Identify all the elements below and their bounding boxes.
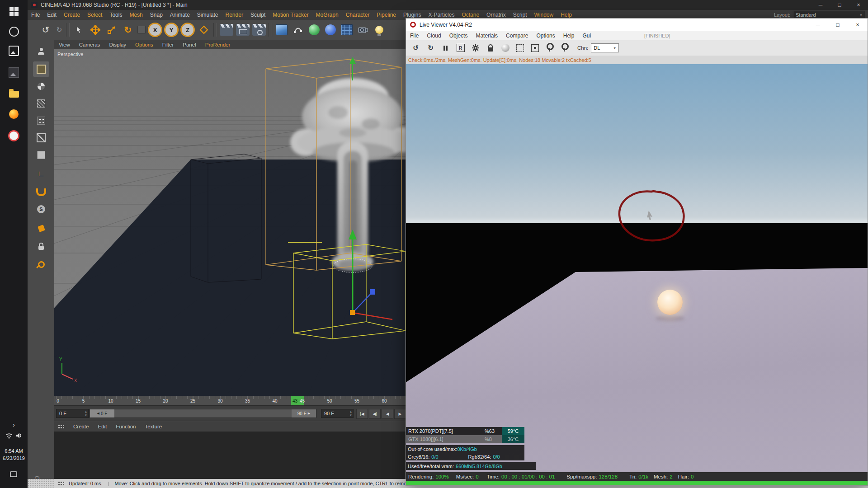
- viewport-menu-display[interactable]: Display: [104, 42, 131, 47]
- timeline-ruler[interactable]: 43 0 5 10 15 20 25 30 35 40 45 50 55 60: [54, 396, 406, 406]
- viewport-camera-label[interactable]: Perspective: [57, 52, 83, 57]
- c4d-viewport[interactable]: Y X: [54, 49, 411, 396]
- menu-sculpt[interactable]: Sculpt: [247, 12, 269, 18]
- viewport-menu-cameras[interactable]: Cameras: [75, 42, 105, 47]
- slider-end-cap[interactable]: 90 F ▶: [292, 409, 316, 418]
- last-used-tool[interactable]: [137, 22, 146, 38]
- action-center-button[interactable]: [0, 468, 28, 481]
- spline-pen-button[interactable]: [290, 22, 306, 38]
- lv-close-button[interactable]: ×: [848, 19, 868, 31]
- firefox-icon[interactable]: [0, 105, 28, 123]
- menu-ornatrix[interactable]: Ornatrix: [483, 12, 509, 18]
- lock-resolution-icon[interactable]: [484, 42, 496, 54]
- menu-character[interactable]: Character: [342, 12, 373, 18]
- file-explorer-icon[interactable]: [0, 84, 28, 102]
- pause-render-icon[interactable]: [439, 42, 452, 54]
- kernel-settings-icon[interactable]: [469, 42, 481, 54]
- material-menu-function[interactable]: Function: [111, 424, 140, 429]
- lv-menu-objects[interactable]: Objects: [445, 33, 472, 39]
- material-menu-edit[interactable]: Edit: [94, 424, 112, 429]
- render-settings-button[interactable]: [251, 22, 267, 38]
- menu-mograph[interactable]: MoGraph: [312, 12, 342, 18]
- goto-start-button[interactable]: |◀: [356, 409, 368, 419]
- move-tool[interactable]: [88, 22, 103, 38]
- render-view-button[interactable]: [219, 22, 234, 38]
- restart-render-icon[interactable]: ↺: [410, 42, 422, 54]
- paint-setup-button[interactable]: [33, 221, 49, 236]
- play-button[interactable]: ▶: [394, 409, 406, 419]
- redo-button[interactable]: ↻: [54, 22, 64, 38]
- reset-render-icon[interactable]: ↻: [425, 42, 437, 54]
- viewport-menu-options[interactable]: Options: [131, 42, 158, 47]
- lv-menu-help[interactable]: Help: [559, 33, 579, 39]
- lock-x-axis-button[interactable]: X: [147, 22, 163, 38]
- c4d-titlebar[interactable]: CINEMA 4D R19.068 Studio (RC - R19) - [U…: [28, 0, 868, 10]
- render-image[interactable]: RTX 2070[PDT][7.5] %63 59°C GTX 1080[][6…: [406, 64, 868, 472]
- lock-workplane-button[interactable]: [33, 239, 49, 254]
- network-icon[interactable]: [5, 433, 13, 439]
- lv-minimize-button[interactable]: ─: [808, 19, 828, 31]
- deformer-button[interactable]: [323, 22, 338, 38]
- slider-current-thumb[interactable]: ◀ 0 F: [90, 409, 114, 418]
- live-viewer-titlebar[interactable]: Live Viewer V4.04-R2 ─ □ ×: [406, 19, 868, 31]
- lock-z-axis-button[interactable]: Z: [180, 22, 195, 38]
- render-to-picture-viewer-button[interactable]: [235, 22, 250, 38]
- lv-menu-cloud[interactable]: Cloud: [423, 33, 445, 39]
- viewport-menu-view[interactable]: View: [54, 42, 75, 47]
- subdivision-surface-button[interactable]: [307, 22, 322, 38]
- c4d-close-button[interactable]: ×: [849, 0, 868, 10]
- c4d-minimize-button[interactable]: ─: [811, 0, 830, 10]
- menu-motion-tracker[interactable]: Motion Tracker: [269, 12, 312, 18]
- camera-button[interactable]: [355, 22, 371, 38]
- material-preview-icon[interactable]: [499, 42, 511, 54]
- menu-render[interactable]: Render: [222, 12, 247, 18]
- photos-app-icon[interactable]: [0, 42, 28, 60]
- polygons-mode-button[interactable]: [33, 147, 49, 163]
- scale-tool[interactable]: [104, 22, 119, 38]
- menu-snap[interactable]: Snap: [146, 12, 166, 18]
- add-cube-button[interactable]: [274, 22, 289, 38]
- film-region-icon[interactable]: [529, 42, 541, 54]
- menu-animate[interactable]: Animate: [166, 12, 193, 18]
- model-mode-button[interactable]: [33, 61, 49, 77]
- focus-picker-icon[interactable]: [544, 42, 556, 54]
- rotate-tool[interactable]: ↻: [120, 22, 136, 38]
- menu-script[interactable]: Script: [509, 12, 531, 18]
- menu-simulate[interactable]: Simulate: [193, 12, 222, 18]
- texture-mode-button[interactable]: [33, 79, 49, 94]
- timeline-slider[interactable]: ◀ 0 F 90 F ▶: [90, 409, 316, 418]
- material-menu-create[interactable]: Create: [69, 424, 94, 429]
- lv-menu-compare[interactable]: Compare: [502, 33, 532, 39]
- render-region-icon[interactable]: [514, 42, 526, 54]
- menu-plugins[interactable]: Plugins: [400, 12, 425, 18]
- lv-maximize-button[interactable]: □: [828, 19, 848, 31]
- menu-select[interactable]: Select: [84, 12, 106, 18]
- points-mode-button[interactable]: [33, 113, 49, 128]
- material-manager-body[interactable]: [54, 432, 406, 479]
- undo-button[interactable]: ↺: [38, 22, 53, 38]
- clock-time[interactable]: 6:54 AM: [0, 448, 28, 454]
- lv-menu-options[interactable]: Options: [532, 33, 559, 39]
- coordinate-system-button[interactable]: [196, 22, 212, 38]
- lv-menu-materials[interactable]: Materials: [472, 33, 502, 39]
- gizmo-origin-handle[interactable]: [350, 310, 355, 315]
- lv-menu-gui[interactable]: Gui: [578, 33, 595, 39]
- array-button[interactable]: [339, 22, 354, 38]
- menu-edit[interactable]: Edit: [43, 12, 60, 18]
- channel-dropdown[interactable]: DL ▼: [591, 43, 619, 52]
- spinner-icons[interactable]: ▲▼: [349, 410, 352, 417]
- play-backwards-button[interactable]: ◀: [382, 409, 393, 419]
- viewport-menu-prorender[interactable]: ProRender: [201, 42, 235, 47]
- browser-app-icon[interactable]: [0, 127, 28, 145]
- start-button[interactable]: [0, 3, 28, 21]
- screenshot-app-icon[interactable]: [0, 63, 28, 81]
- recompile-icon[interactable]: R: [454, 42, 467, 54]
- light-button[interactable]: [372, 22, 387, 38]
- menu-create[interactable]: Create: [60, 12, 84, 18]
- lv-menu-file[interactable]: File: [406, 33, 423, 39]
- edges-mode-button[interactable]: [33, 130, 49, 145]
- menu-file[interactable]: File: [28, 12, 43, 18]
- gpu-row-inactive[interactable]: GTX 1080[][6.1] %8 36°C: [406, 435, 524, 443]
- menu-mesh[interactable]: Mesh: [126, 12, 146, 18]
- menu-pipeline[interactable]: Pipeline: [373, 12, 400, 18]
